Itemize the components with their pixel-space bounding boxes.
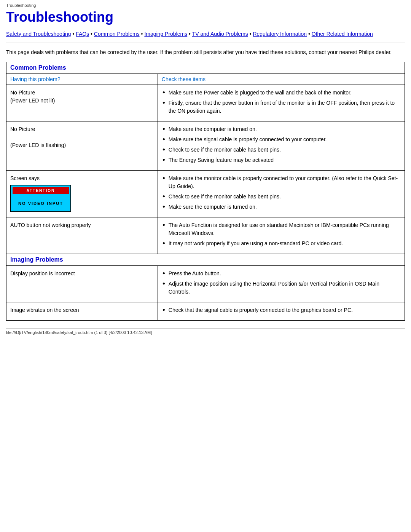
section-divider	[6, 43, 405, 43]
checks-display-position: Press the Auto button. Adjust the image …	[158, 266, 405, 302]
table-row: Image vibrates on the screen Check that …	[6, 302, 405, 321]
intro-text: This page deals with problems that can b…	[6, 48, 405, 56]
problem-display-position: Display position is incorrect	[6, 266, 158, 302]
checks-no-picture-led-flashing: Make sure the computer is turned on. Mak…	[158, 121, 405, 171]
table-row: AUTO button not working properly The Aut…	[6, 217, 405, 254]
checks-screen-says: Make sure the monitor cable is properly …	[158, 171, 405, 217]
col-check-header: Check these items	[158, 74, 405, 85]
imaging-problems-header-row: Imaging Problems	[6, 254, 405, 266]
checks-image-vibrates: Check that the signal cable is properly …	[158, 302, 405, 321]
list-item: Firstly, ensure that the power button in…	[162, 99, 401, 115]
browser-tab: Troubleshooting	[6, 3, 405, 8]
nav-imaging-problems[interactable]: Imaging Problems	[144, 31, 187, 37]
nav-sep-1: •	[72, 31, 76, 37]
nav-sep-7: •	[308, 31, 312, 37]
attention-box: ATTENTION NO VIDEO INPUT	[10, 185, 71, 212]
list-item: Make sure the monitor cable is properly …	[162, 174, 401, 190]
imaging-problems-header: Imaging Problems	[6, 254, 405, 266]
nav-regulatory[interactable]: Regulatory Information	[253, 31, 307, 37]
list-item: Make sure the Power cable is plugged to …	[162, 89, 401, 97]
checks-auto-button: The Auto Function is designed for use on…	[158, 217, 405, 254]
checks-no-picture-led-not-lit: Make sure the Power cable is plugged to …	[158, 85, 405, 121]
list-item: Make sure the computer is turned on.	[162, 203, 401, 211]
list-item: Check to see if the monitor cable has be…	[162, 146, 401, 154]
page-title: Troubleshooting	[6, 9, 405, 25]
nav-other-info[interactable]: Other Related Information	[312, 31, 373, 37]
screen-says-text: Screen says	[10, 175, 40, 181]
list-item: The Energy Saving feature may be activat…	[162, 156, 401, 164]
problem-screen-says: Screen says ATTENTION NO VIDEO INPUT	[6, 171, 158, 217]
column-header-row: Having this problem? Check these items	[6, 74, 405, 85]
table-row: Display position is incorrect Press the …	[6, 266, 405, 302]
col-problem-header: Having this problem?	[6, 74, 158, 85]
problem-no-picture-led-not-lit: No Picture(Power LED not lit)	[6, 85, 158, 121]
nav-safety[interactable]: Safety and Troubleshooting	[6, 31, 71, 37]
list-item: Make sure the signal cable is properly c…	[162, 136, 401, 144]
nav-sep-4: •	[189, 31, 192, 37]
list-item: It may not work properly if you are usin…	[162, 240, 401, 248]
nav-common-problems[interactable]: Common Problems	[94, 31, 140, 37]
nav-faqs[interactable]: FAQs	[76, 31, 89, 37]
table-row: No Picture(Power LED not lit) Make sure …	[6, 85, 405, 121]
table-row: Screen says ATTENTION NO VIDEO INPUT Mak…	[6, 171, 405, 217]
list-item: Make sure the computer is turned on.	[162, 125, 401, 133]
list-item: Press the Auto button.	[162, 270, 401, 278]
problem-image-vibrates: Image vibrates on the screen	[6, 302, 158, 321]
list-item: Check to see if the monitor cable has be…	[162, 193, 401, 201]
list-item: Adjust the image position using the Hori…	[162, 280, 401, 296]
nav-sep-2: •	[91, 31, 94, 37]
table-row: No Picture(Power LED is flashing) Make s…	[6, 121, 405, 171]
nav-links: Safety and Troubleshooting • FAQs • Comm…	[6, 30, 405, 38]
problem-auto-button: AUTO button not working properly	[6, 217, 158, 254]
list-item: The Auto Function is designed for use on…	[162, 221, 401, 237]
nav-tv-audio[interactable]: TV and Audio Problems	[192, 31, 248, 37]
status-bar: file:///D|/TV/english/180mt/safety/saf_t…	[6, 328, 405, 335]
common-problems-header: Common Problems	[6, 62, 405, 74]
attention-bar: ATTENTION	[13, 187, 69, 194]
problem-no-picture-led-flashing: No Picture(Power LED is flashing)	[6, 121, 158, 171]
list-item: Check that the signal cable is properly …	[162, 306, 401, 314]
no-video-input-text: NO VIDEO INPUT	[13, 197, 69, 210]
troubleshooting-table: Common Problems Having this problem? Che…	[6, 62, 405, 321]
common-problems-header-row: Common Problems	[6, 62, 405, 74]
